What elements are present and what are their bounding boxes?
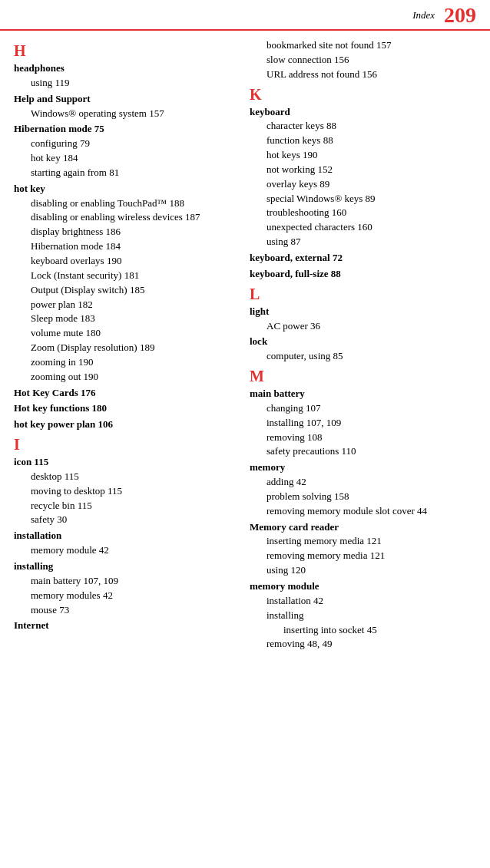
index-entry-sub: slow connection 156 bbox=[250, 53, 476, 68]
index-entry-main: keyboard, external 72 bbox=[250, 251, 476, 266]
index-entry-sub: removing 108 bbox=[250, 431, 476, 445]
index-entry-sub: using 87 bbox=[250, 235, 476, 249]
index-entry-sub: special Windows® keys 89 bbox=[250, 192, 476, 206]
index-entry-main: Internet bbox=[14, 619, 240, 633]
index-entry-sub: installation 42 bbox=[250, 594, 476, 609]
index-entry-main: installing bbox=[14, 559, 240, 574]
index-entry-sub: removing memory module slot cover 44 bbox=[250, 504, 476, 519]
index-entry-sub: memory modules 42 bbox=[14, 589, 240, 603]
index-entry-sub: overlay keys 89 bbox=[250, 177, 476, 192]
index-entry-sub: zooming out 190 bbox=[14, 370, 240, 384]
index-entry-main: Hot key functions 180 bbox=[14, 401, 240, 416]
index-entry-sub: computer, using 85 bbox=[250, 349, 476, 364]
index-entry-sub: installing bbox=[250, 609, 476, 623]
index-entry-sub2: inserting into socket 45 bbox=[250, 623, 476, 638]
letter-heading: K bbox=[250, 85, 476, 104]
letter-heading: H bbox=[14, 41, 240, 60]
index-entry-sub: disabling or enabling wireless devices 1… bbox=[14, 210, 240, 225]
index-entry-sub: zooming in 190 bbox=[14, 355, 240, 370]
index-entry-sub: mouse 73 bbox=[14, 603, 240, 618]
index-entry-sub: adding 42 bbox=[250, 475, 476, 490]
page-header-title: Index bbox=[412, 9, 435, 21]
index-entry-sub: troubleshooting 160 bbox=[250, 206, 476, 220]
index-entry-main: main battery bbox=[250, 387, 476, 401]
index-entry-sub: inserting memory media 121 bbox=[250, 534, 476, 549]
index-entry-sub: removing memory media 121 bbox=[250, 549, 476, 563]
index-entry-sub: starting again from 81 bbox=[14, 166, 240, 180]
index-entry-sub: desktop 115 bbox=[14, 470, 240, 484]
index-entry-sub: Sleep mode 183 bbox=[14, 312, 240, 326]
index-entry-main: memory module bbox=[250, 579, 476, 594]
index-entry-sub: volume mute 180 bbox=[14, 326, 240, 341]
letter-heading: M bbox=[250, 367, 476, 385]
letter-heading: I bbox=[14, 435, 240, 454]
index-entry-sub: recycle bin 115 bbox=[14, 499, 240, 513]
index-entry-main: keyboard bbox=[250, 105, 476, 120]
index-entry-main: installation bbox=[14, 529, 240, 543]
index-entry-sub: removing 48, 49 bbox=[250, 637, 476, 652]
index-entry-sub: bookmarked site not found 157 bbox=[250, 38, 476, 53]
index-entry-sub: function keys 88 bbox=[250, 134, 476, 148]
index-entry-sub: character keys 88 bbox=[250, 119, 476, 134]
page-header: Index 209 bbox=[0, 0, 490, 31]
index-entry-sub: using 120 bbox=[250, 563, 476, 578]
index-entry-sub: keyboard overlays 190 bbox=[14, 254, 240, 269]
index-entry-sub: Output (Display switch) 185 bbox=[14, 283, 240, 298]
index-entry-main: hot key bbox=[14, 182, 240, 196]
index-entry-sub: Windows® operating system 157 bbox=[14, 107, 240, 121]
index-entry-sub: safety 30 bbox=[14, 513, 240, 527]
index-entry-main: lock bbox=[250, 335, 476, 349]
index-entry-sub: installing 107, 109 bbox=[250, 416, 476, 431]
index-entry-sub: using 119 bbox=[14, 76, 240, 91]
index-entry-sub: memory module 42 bbox=[14, 543, 240, 558]
index-entry-sub: hot keys 190 bbox=[250, 148, 476, 163]
index-entry-main: Hibernation mode 75 bbox=[14, 122, 240, 137]
index-entry-sub: configuring 79 bbox=[14, 137, 240, 151]
index-entry-sub: problem solving 158 bbox=[250, 490, 476, 504]
index-entry-sub: moving to desktop 115 bbox=[14, 484, 240, 499]
index-entry-main: memory bbox=[250, 460, 476, 475]
index-entry-sub: Lock (Instant security) 181 bbox=[14, 269, 240, 283]
right-column: bookmarked site not found 157slow connec… bbox=[250, 38, 476, 652]
index-entry-sub: power plan 182 bbox=[14, 298, 240, 312]
index-entry-main: Hot Key Cards 176 bbox=[14, 386, 240, 401]
index-entry-sub: Zoom (Display resolution) 189 bbox=[14, 341, 240, 355]
index-entry-sub: disabling or enabling TouchPad™ 188 bbox=[14, 196, 240, 211]
index-entry-sub: AC power 36 bbox=[250, 319, 476, 334]
letter-heading: L bbox=[250, 285, 476, 303]
index-entry-sub: not working 152 bbox=[250, 163, 476, 177]
index-entry-main: Memory card reader bbox=[250, 520, 476, 535]
index-entry-sub: hot key 184 bbox=[14, 151, 240, 166]
index-entry-main: icon 115 bbox=[14, 455, 240, 470]
index-entry-main: light bbox=[250, 305, 476, 319]
index-entry-sub: safety precautions 110 bbox=[250, 444, 476, 459]
index-entry-sub: display brightness 186 bbox=[14, 225, 240, 239]
index-entry-sub: Hibernation mode 184 bbox=[14, 239, 240, 254]
index-entry-sub: URL address not found 156 bbox=[250, 68, 476, 82]
left-column: Hheadphonesusing 119Help and SupportWind… bbox=[14, 38, 250, 652]
index-entry-main: headphones bbox=[14, 61, 240, 76]
index-entry-sub: changing 107 bbox=[250, 401, 476, 416]
page-number: 209 bbox=[444, 5, 476, 26]
index-entry-main: hot key power plan 106 bbox=[14, 417, 240, 432]
index-entry-sub: main battery 107, 109 bbox=[14, 574, 240, 589]
index-entry-sub: unexpected characters 160 bbox=[250, 220, 476, 235]
index-entry-main: Help and Support bbox=[14, 92, 240, 107]
index-entry-main: keyboard, full-size 88 bbox=[250, 267, 476, 282]
